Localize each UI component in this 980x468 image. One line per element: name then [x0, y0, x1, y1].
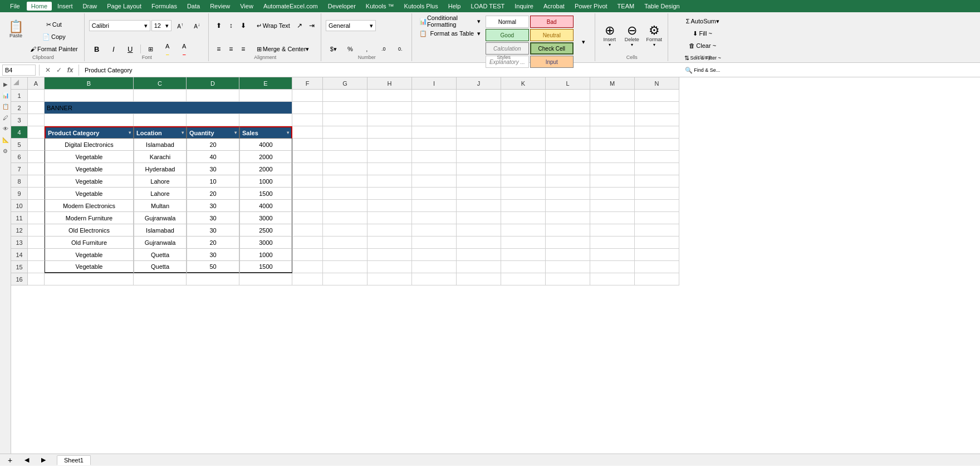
- cell-C9[interactable]: Lahore: [134, 188, 187, 200]
- side-icon-5[interactable]: 👁: [1, 124, 10, 133]
- cell-G13[interactable]: [323, 237, 367, 249]
- cell-H10[interactable]: [367, 200, 412, 212]
- menu-kutools[interactable]: Kutools ™: [361, 2, 399, 11]
- cell-K12[interactable]: [501, 224, 546, 237]
- cell-I11[interactable]: [412, 212, 457, 224]
- cell-I12[interactable]: [412, 224, 457, 237]
- cell-C10[interactable]: Multan: [134, 200, 187, 212]
- cell-A5[interactable]: [28, 139, 45, 151]
- style-bad-cell[interactable]: Bad: [530, 16, 574, 28]
- conditional-formatting-button[interactable]: 📊 Conditional Formatting ▾: [416, 16, 483, 27]
- cell-H7[interactable]: [367, 163, 412, 175]
- cell-L3[interactable]: [546, 114, 590, 126]
- cell-D6[interactable]: 40: [187, 151, 239, 163]
- cell-C14[interactable]: Quetta: [134, 249, 187, 261]
- cell-F14[interactable]: [292, 249, 323, 261]
- cell-A4[interactable]: [28, 126, 45, 139]
- cell-H3[interactable]: [367, 114, 412, 126]
- cell-K3[interactable]: [501, 114, 546, 126]
- cell-D14[interactable]: 30: [187, 249, 239, 261]
- align-middle-button[interactable]: ↕: [226, 20, 237, 31]
- cell-J3[interactable]: [457, 114, 501, 126]
- cell-L16[interactable]: [546, 273, 590, 285]
- cell-D1[interactable]: [187, 90, 239, 102]
- cell-A1[interactable]: [28, 90, 45, 102]
- cell-I6[interactable]: [412, 151, 457, 163]
- col-header-K[interactable]: K: [501, 77, 546, 90]
- cell-C5[interactable]: Islamabad: [134, 139, 187, 151]
- cell-A13[interactable]: [28, 237, 45, 249]
- cell-N11[interactable]: [635, 212, 679, 224]
- border-button[interactable]: ⊞: [143, 43, 159, 55]
- cell-G9[interactable]: [323, 188, 367, 200]
- cell-J10[interactable]: [457, 200, 501, 212]
- cell-J12[interactable]: [457, 224, 501, 237]
- cell-E9[interactable]: 1500: [239, 188, 292, 200]
- row-header-1[interactable]: 1: [11, 90, 28, 102]
- font-size-box[interactable]: 12 ▾: [151, 20, 171, 31]
- cell-A3[interactable]: [28, 114, 45, 126]
- cell-D11[interactable]: 30: [187, 212, 239, 224]
- cell-D10[interactable]: 30: [187, 200, 239, 212]
- col-header-L[interactable]: L: [546, 77, 590, 90]
- cell-K14[interactable]: [501, 249, 546, 261]
- cell-E10[interactable]: 4000: [239, 200, 292, 212]
- cell-M15[interactable]: [590, 261, 635, 273]
- cell-M14[interactable]: [590, 249, 635, 261]
- cell-G5[interactable]: [323, 139, 367, 151]
- cell-H12[interactable]: [367, 224, 412, 237]
- menu-data[interactable]: Data: [183, 2, 204, 11]
- row-header-14[interactable]: 14: [11, 249, 28, 261]
- cell-A8[interactable]: [28, 175, 45, 188]
- col-header-M[interactable]: M: [590, 77, 635, 90]
- cell-K8[interactable]: [501, 175, 546, 188]
- cell-M16[interactable]: [590, 273, 635, 285]
- col-header-F[interactable]: F: [292, 77, 323, 90]
- cell-B14[interactable]: Vegetable: [45, 249, 134, 261]
- cell-M1[interactable]: [590, 90, 635, 102]
- cell-F10[interactable]: [292, 200, 323, 212]
- cell-E1[interactable]: [239, 90, 292, 102]
- cell-N5[interactable]: [635, 139, 679, 151]
- merge-center-button[interactable]: ⊞ Merge & Center ▾: [254, 43, 312, 55]
- cell-I5[interactable]: [412, 139, 457, 151]
- cell-I15[interactable]: [412, 261, 457, 273]
- cell-I16[interactable]: [412, 273, 457, 285]
- menu-kutools-plus[interactable]: Kutools Plus: [400, 2, 443, 11]
- cell-L12[interactable]: [546, 224, 590, 237]
- cell-F4[interactable]: [292, 126, 323, 139]
- cell-E13[interactable]: 3000: [239, 237, 292, 249]
- col-header-D[interactable]: D: [187, 77, 239, 90]
- side-icon-7[interactable]: ⚙: [1, 146, 10, 155]
- col-header-E[interactable]: E: [239, 77, 292, 90]
- cell-L4[interactable]: [546, 126, 590, 139]
- cell-L15[interactable]: [546, 261, 590, 273]
- cell-N1[interactable]: [635, 90, 679, 102]
- cell-H16[interactable]: [367, 273, 412, 285]
- cell-I3[interactable]: [412, 114, 457, 126]
- cell-H6[interactable]: [367, 151, 412, 163]
- cell-J13[interactable]: [457, 237, 501, 249]
- cell-A14[interactable]: [28, 249, 45, 261]
- side-icon-3[interactable]: 📋: [1, 102, 10, 111]
- col-header-J[interactable]: J: [457, 77, 501, 90]
- scroll-sheet-left[interactable]: ◀: [19, 456, 35, 465]
- cell-N6[interactable]: [635, 151, 679, 163]
- cell-L13[interactable]: [546, 237, 590, 249]
- cell-E6[interactable]: 2000: [239, 151, 292, 163]
- menu-insert[interactable]: Insert: [53, 2, 77, 11]
- cell-H11[interactable]: [367, 212, 412, 224]
- cell-G7[interactable]: [323, 163, 367, 175]
- cell-F12[interactable]: [292, 224, 323, 237]
- cell-C15[interactable]: Quetta: [134, 261, 187, 273]
- cell-K16[interactable]: [501, 273, 546, 285]
- cell-N14[interactable]: [635, 249, 679, 261]
- delete-button[interactable]: ⊖ Delete ▾: [622, 23, 642, 54]
- cell-G8[interactable]: [323, 175, 367, 188]
- cell-G1[interactable]: [323, 90, 367, 102]
- formula-cancel-button[interactable]: ✕: [43, 65, 53, 75]
- cell-G6[interactable]: [323, 151, 367, 163]
- cell-I7[interactable]: [412, 163, 457, 175]
- cell-D13[interactable]: 20: [187, 237, 239, 249]
- fill-button[interactable]: ⬇ Fill ~: [673, 28, 733, 39]
